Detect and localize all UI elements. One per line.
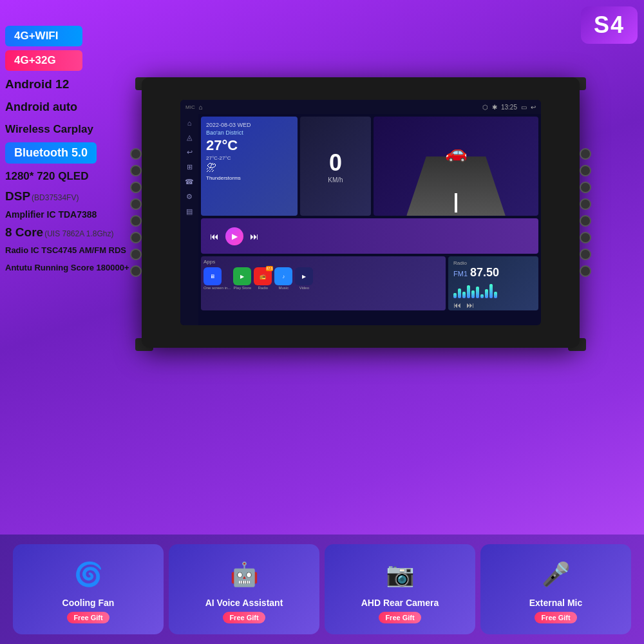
spec-carplay: Wireless Carplay bbox=[5, 120, 156, 138]
car-silhouette: 🚗 bbox=[445, 142, 468, 163]
sidebar-file-icon[interactable]: ▤ bbox=[186, 207, 193, 216]
spec-android: Android 12 bbox=[5, 75, 156, 94]
knob-r8[interactable] bbox=[580, 265, 591, 277]
speed-card: 0 KM/h bbox=[300, 117, 371, 216]
unit-side-right bbox=[580, 148, 591, 277]
radio-card: Radio FM1 87.50 bbox=[448, 256, 538, 310]
sidebar-settings-icon[interactable]: ⚙ bbox=[186, 193, 193, 201]
car-unit: MIC ⌂ ⬡ ✱ 13:25 ▭ ↩ ⌂ bbox=[129, 64, 592, 477]
radio-controls: ⏮ ⏭ bbox=[453, 301, 533, 310]
gift-ahd-camera: 📷 AHD Rear Camera Free Gift bbox=[325, 544, 475, 634]
sidebar-grid-icon[interactable]: ⊞ bbox=[187, 163, 193, 171]
radio-next-button[interactable]: ⏭ bbox=[466, 301, 474, 310]
cooling-fan-title: Cooling Fan bbox=[62, 598, 115, 608]
radio-bar-9 bbox=[489, 284, 493, 298]
radio-freq-row: FM1 87.50 bbox=[453, 266, 533, 279]
screen-bottom-row: Apps 🖥 One screen in... bbox=[198, 255, 541, 313]
knob-r5[interactable] bbox=[580, 215, 591, 227]
spec-antutu: Antutu Running Score 180000+ bbox=[5, 261, 156, 274]
spec-auto: Android auto bbox=[5, 98, 156, 117]
unit-screen: MIC ⌂ ⬡ ✱ 13:25 ▭ ↩ ⌂ bbox=[180, 100, 541, 325]
sidebar-home-icon[interactable]: ⌂ bbox=[187, 119, 192, 127]
radio-freq-value: 87.50 bbox=[470, 266, 499, 279]
music-prev-button[interactable]: ⏮ bbox=[210, 231, 219, 242]
screen-header-left: MIC ⌂ bbox=[185, 104, 203, 111]
gift-ai-voice: 🤖 AI Voice Assistant Free Gift bbox=[169, 544, 319, 634]
home-icon[interactable]: ⌂ bbox=[199, 104, 203, 111]
radio-bar-10 bbox=[494, 292, 497, 298]
gift-external-mic: 🎤 External Mic Free Gift bbox=[480, 544, 631, 634]
screen-main: 2022-08-03 WED Bao'an District 27°C 27°C… bbox=[198, 114, 541, 325]
cooling-fan-icon: 🌀 bbox=[69, 555, 108, 594]
knob-r1[interactable] bbox=[580, 148, 591, 160]
knob-r7[interactable] bbox=[580, 249, 591, 260]
radio-bars bbox=[453, 282, 533, 298]
external-mic-badge: Free Gift bbox=[535, 612, 576, 623]
sidebar-back-icon[interactable]: ↩ bbox=[187, 148, 193, 156]
weather-temp: 27°C bbox=[206, 137, 292, 154]
radio-bar-4 bbox=[467, 285, 470, 298]
bluetooth-icon: ✱ bbox=[492, 104, 497, 111]
spec-radio-ic: Radio IC TSC4745 AM/FM RDS bbox=[5, 243, 156, 257]
radio-bar-5 bbox=[471, 290, 475, 298]
sidebar-nav-icon[interactable]: ◬ bbox=[187, 133, 192, 142]
s4-badge: S4 bbox=[581, 6, 638, 44]
spec-wifi: 4G+WIFI bbox=[5, 26, 156, 46]
app-video[interactable]: ▶ Video bbox=[295, 267, 313, 290]
radio-app-icon: 📻 bbox=[260, 274, 266, 279]
music-next-button[interactable]: ⏭ bbox=[250, 231, 259, 242]
car-road-line bbox=[455, 193, 457, 213]
radio-app-label: Radio bbox=[254, 286, 272, 290]
radio-bar-2 bbox=[458, 289, 461, 298]
app-one-screen[interactable]: 🖥 One screen in... bbox=[204, 267, 231, 290]
knob-r4[interactable] bbox=[580, 198, 591, 210]
car-display: 🚗 bbox=[374, 117, 538, 216]
app-play-store[interactable]: ▶ Play Store bbox=[233, 267, 251, 290]
music-play-button[interactable]: ▶ bbox=[225, 227, 243, 245]
weather-range: 27°C-27°C bbox=[206, 155, 292, 161]
cooling-fan-badge: Free Gift bbox=[67, 612, 109, 623]
screen-music-row: ⏮ ▶ ⏭ bbox=[201, 218, 538, 254]
ai-voice-icon: 🤖 bbox=[225, 555, 263, 594]
apps-grid: 🖥 One screen in... ▶ Play Store bbox=[204, 267, 443, 290]
spec-amp: Amplifier IC TDA7388 bbox=[5, 207, 156, 222]
app-music[interactable]: ♪ Music bbox=[274, 267, 292, 290]
weather-desc: Thunderstorms bbox=[206, 175, 292, 181]
sidebar-phone-icon[interactable]: ☎ bbox=[185, 178, 194, 186]
apps-label: Apps bbox=[204, 259, 443, 265]
music-app-label: Music bbox=[274, 286, 292, 290]
gift-cooling-fan: 🌀 Cooling Fan Free Gift bbox=[13, 544, 164, 634]
external-mic-icon: 🎤 bbox=[536, 555, 575, 594]
app-radio[interactable]: 📻 87.5 Radio bbox=[254, 267, 272, 290]
weather-card: 2022-08-03 WED Bao'an District 27°C 27°C… bbox=[201, 117, 298, 216]
radio-bar-1 bbox=[453, 293, 457, 298]
screen-body: ⌂ ◬ ↩ ⊞ ☎ ⚙ ▤ bbox=[180, 114, 541, 325]
unit-body: MIC ⌂ ⬡ ✱ 13:25 ▭ ↩ ⌂ bbox=[142, 77, 580, 348]
one-screen-icon: 🖥 bbox=[210, 274, 215, 279]
one-screen-label: One screen in... bbox=[204, 286, 231, 290]
radio-bar-8 bbox=[485, 289, 488, 298]
external-mic-title: External Mic bbox=[529, 598, 582, 608]
ahd-camera-badge: Free Gift bbox=[379, 612, 421, 623]
main-container: S4 4G+WIFI 4G+32G Android 12 Android aut… bbox=[0, 0, 644, 644]
spec-resolution: 1280* 720 QLED bbox=[5, 167, 156, 185]
radio-prev-button[interactable]: ⏮ bbox=[453, 301, 461, 310]
spec-bluetooth: Bluetooth 5.0 bbox=[5, 142, 156, 164]
radio-fm-label: FM1 bbox=[453, 270, 468, 278]
apps-card: Apps 🖥 One screen in... bbox=[201, 256, 446, 310]
radio-card-label: Radio bbox=[453, 260, 533, 266]
back-icon[interactable]: ↩ bbox=[531, 104, 536, 111]
weather-icon: ⛈ bbox=[206, 162, 292, 174]
ai-voice-title: AI Voice Assistant bbox=[205, 598, 283, 608]
gifts-section: 🌀 Cooling Fan Free Gift 🤖 AI Voice Assis… bbox=[0, 535, 644, 644]
video-app-label: Video bbox=[295, 286, 313, 290]
bt-icon: ⬡ bbox=[482, 104, 488, 111]
ahd-camera-title: AHD Rear Camera bbox=[361, 598, 439, 608]
knob-r6[interactable] bbox=[580, 232, 591, 243]
screen-header: MIC ⌂ ⬡ ✱ 13:25 ▭ ↩ bbox=[180, 100, 541, 114]
knob-r2[interactable] bbox=[580, 165, 591, 176]
knob-r3[interactable] bbox=[580, 182, 591, 193]
radio-bar-7 bbox=[480, 294, 484, 298]
spec-storage: 4G+32G bbox=[5, 50, 156, 71]
screen-top-row: 2022-08-03 WED Bao'an District 27°C 27°C… bbox=[198, 114, 541, 217]
